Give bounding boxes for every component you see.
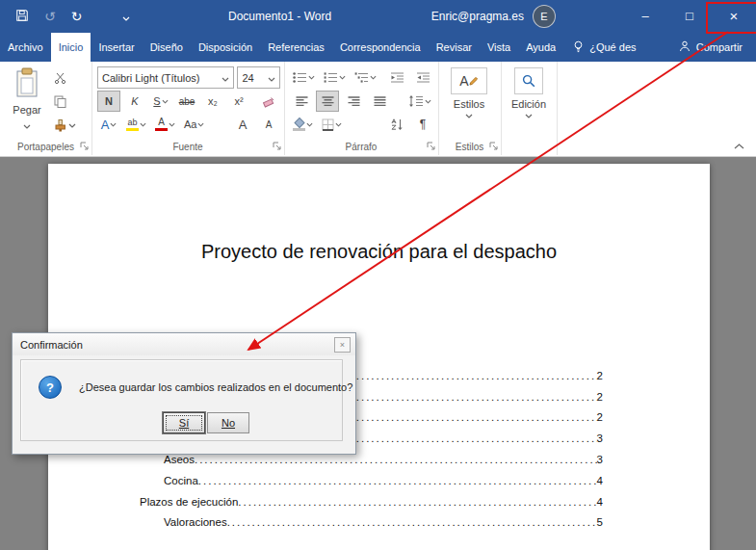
toc-page-number: 4 — [597, 474, 603, 487]
toc-row[interactable]: Cocina4 — [106, 466, 603, 487]
group-styles: A Estilos Estilos — [438, 62, 502, 155]
question-icon: ? — [39, 376, 62, 399]
toc-page-number: 4 — [597, 495, 603, 509]
tab-correspondencia[interactable]: Correspondencia — [332, 33, 429, 62]
clipboard-small-buttons — [54, 70, 76, 133]
lightbulb-icon — [573, 40, 584, 55]
italic-button[interactable]: K — [123, 91, 146, 112]
tab-ayuda[interactable]: Ayuda — [518, 33, 563, 62]
align-left-button[interactable] — [290, 91, 313, 112]
paste-button[interactable]: Pegar — [7, 67, 47, 131]
avatar[interactable]: E — [533, 5, 556, 28]
borders-button[interactable] — [319, 114, 345, 135]
justify-button[interactable] — [368, 91, 391, 112]
superscript-button[interactable]: x² — [227, 91, 250, 112]
shrink-font-button[interactable]: A — [257, 114, 280, 135]
tab-inicio[interactable]: Inicio — [51, 33, 91, 62]
dialog-title: Confirmación — [20, 339, 83, 351]
styles-button-label: Estilos — [454, 98, 484, 110]
tell-me-box[interactable]: ¿Qué des — [563, 33, 645, 62]
tell-me-label: ¿Qué des — [589, 41, 636, 53]
tab-revisar[interactable]: Revisar — [429, 33, 480, 62]
numbered-list-button[interactable] — [321, 66, 349, 88]
save-icon[interactable] — [15, 9, 29, 24]
collapse-ribbon-chevron-icon[interactable] — [734, 144, 744, 149]
styles-dialog-launcher-icon[interactable] — [489, 142, 498, 150]
group-paragraph: ¶ Párrafo — [284, 62, 439, 155]
tab-referencias[interactable]: Referencias — [260, 33, 332, 62]
clear-formatting-button[interactable] — [257, 91, 280, 112]
account-area[interactable]: Enric@pragma.es E — [431, 0, 556, 33]
change-case-button[interactable]: Aa — [181, 114, 207, 135]
font-size-combo[interactable]: 24 — [237, 66, 280, 89]
bold-button[interactable]: N — [97, 91, 120, 112]
copy-button[interactable] — [54, 94, 76, 109]
paragraph-dialog-launcher-icon[interactable] — [427, 142, 435, 150]
highlight-color-button[interactable]: ab — [123, 114, 149, 135]
font-dialog-launcher-icon[interactable] — [273, 142, 281, 150]
tab-disposición[interactable]: Disposición — [191, 33, 260, 62]
tab-insertar[interactable]: Insertar — [91, 33, 142, 62]
titlebar: ↺ ↻ Documento1 - Word Enric@pragma.es E … — [0, 0, 756, 33]
group-font: Calibri Light (Títulos) 24 N K S abe x₂ … — [91, 62, 285, 155]
styles-icon: A — [451, 67, 487, 94]
clipboard-dialog-launcher-icon[interactable] — [80, 142, 89, 150]
ribbon: Pegar Portapapeles — [0, 62, 756, 157]
document-heading[interactable]: Proyecto de renovación para el despacho — [48, 164, 710, 263]
yes-button[interactable]: Sí — [163, 412, 205, 433]
dialog-message: ¿Desea guardar los cambios realizados en… — [79, 381, 352, 393]
sort-button[interactable] — [385, 114, 408, 135]
toc-dot-leader — [227, 515, 597, 529]
toc-page-number: 2 — [597, 369, 603, 382]
paste-chevron-icon — [23, 119, 31, 131]
minimize-button[interactable]: – — [623, 0, 667, 32]
tab-vista[interactable]: Vista — [480, 33, 518, 62]
search-icon — [514, 67, 543, 94]
toc-entry-label: Aseos — [164, 453, 195, 466]
redo-icon[interactable]: ↻ — [71, 10, 83, 23]
toc-dot-leader — [238, 495, 596, 509]
tab-diseño[interactable]: Diseño — [143, 33, 191, 62]
qat-customize-chevron-icon[interactable] — [122, 10, 130, 23]
toc-row[interactable]: Plazos de ejecución4 — [106, 487, 603, 509]
font-color-button[interactable]: A — [152, 114, 178, 135]
increase-indent-button[interactable] — [411, 66, 434, 88]
shading-button[interactable] — [290, 114, 316, 135]
clipboard-icon — [14, 67, 39, 100]
underline-button[interactable]: S — [149, 91, 172, 112]
font-size-value: 24 — [242, 72, 253, 84]
subscript-button[interactable]: x₂ — [201, 91, 224, 112]
group-label-paragraph: Párrafo — [284, 142, 438, 152]
styles-gallery-button[interactable]: A Estilos — [443, 67, 495, 118]
grow-font-button[interactable]: A — [231, 114, 254, 135]
multilevel-list-button[interactable] — [352, 66, 379, 88]
strikethrough-button[interactable]: abe — [175, 91, 198, 112]
editing-menu-button[interactable]: Edición — [506, 67, 552, 118]
font-color-swatch — [155, 128, 168, 131]
toc-page-number: 3 — [597, 432, 603, 445]
font-name-value: Calibri Light (Títulos) — [102, 72, 199, 84]
bullet-list-button[interactable] — [290, 66, 318, 88]
dialog-close-icon[interactable]: × — [334, 337, 351, 353]
align-right-button[interactable] — [342, 91, 365, 112]
group-editing: Edición — [501, 62, 558, 155]
share-button[interactable]: Compartir — [665, 33, 756, 62]
toc-page-number: 3 — [597, 453, 603, 466]
toc-row[interactable]: Valoraciones5 — [106, 509, 603, 530]
format-painter-button[interactable] — [54, 118, 76, 133]
confirmation-dialog: Confirmación × ? ¿Desea guardar los camb… — [12, 332, 356, 455]
align-center-button[interactable] — [316, 91, 339, 112]
no-button[interactable]: No — [207, 412, 249, 433]
pilcrow-button[interactable]: ¶ — [411, 114, 434, 135]
text-effects-button[interactable]: A — [97, 114, 120, 135]
decrease-indent-button[interactable] — [385, 66, 408, 88]
dialog-titlebar[interactable]: Confirmación — [13, 333, 355, 355]
undo-icon[interactable]: ↺ — [44, 10, 56, 23]
line-spacing-button[interactable] — [405, 91, 434, 112]
account-email: Enric@pragma.es — [431, 10, 524, 23]
tab-archivo[interactable]: Archivo — [0, 33, 51, 62]
toc-entry-label: Valoraciones — [164, 515, 227, 529]
font-name-combo[interactable]: Calibri Light (Títulos) — [97, 66, 234, 89]
cut-button[interactable] — [54, 70, 76, 85]
shading-color-swatch — [293, 128, 305, 131]
